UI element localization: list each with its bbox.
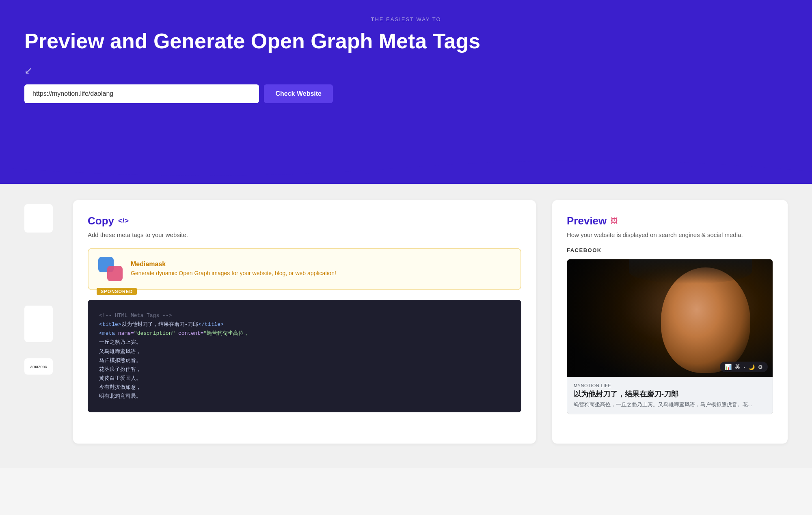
sidebar-ad-1 <box>24 204 53 233</box>
preview-subtitle: How your website is displayed on search … <box>567 231 773 238</box>
tray-app-icon: 📊 <box>725 364 732 370</box>
arrow-decoration: ↙ <box>24 65 32 76</box>
preview-section: Preview 🖼 How your website is displayed … <box>552 200 788 444</box>
fb-card-image: 📊 英 · 🌙 ⚙ <box>567 259 773 377</box>
copy-section-header: Copy </> <box>88 215 521 227</box>
header: THE EASIEST WAY TO Preview and Generate … <box>0 0 812 152</box>
code-meta-name-attr: name= <box>118 330 134 336</box>
sidebar-amazon: amazonc <box>24 358 53 375</box>
sponsor-logo <box>98 257 123 281</box>
system-tray-overlay: 📊 英 · 🌙 ⚙ <box>720 362 768 372</box>
page-title: Preview and Generate Open Graph Meta Tag… <box>24 30 788 53</box>
code-content-line3: 又鸟难啼鸾凤语， <box>99 349 141 355</box>
sponsor-text: Mediamask Generate dynamic Open Graph im… <box>131 261 511 278</box>
sidebar-ad-2 <box>24 306 53 342</box>
sponsor-description: Generate dynamic Open Graph images for y… <box>131 269 511 278</box>
copy-section: Copy </> Add these meta tags to your web… <box>73 200 536 444</box>
tray-dots: · <box>743 364 745 370</box>
main-content: amazonc Copy </> Add these meta tags to … <box>0 184 812 468</box>
fb-card-title: 以为他封刀了，结果在磨刀-刀郎 <box>574 390 766 399</box>
code-title-content: 以为他封刀了，结果在磨刀-刀郎 <box>121 321 199 328</box>
code-title-open: <title> <box>99 321 121 328</box>
preview-title: Preview <box>567 215 607 227</box>
code-meta-name-value: "description" <box>134 330 175 336</box>
code-meta-open: <meta <box>99 330 118 336</box>
code-comment-line: <!-- HTML Meta Tags --> <box>99 312 172 319</box>
code-content-line7: 今有鞋拔做如意， <box>99 384 141 390</box>
check-website-button[interactable]: Check Website <box>264 84 333 103</box>
sponsor-box[interactable]: Mediamask Generate dynamic Open Graph im… <box>88 248 521 290</box>
tray-moon: 🌙 <box>748 364 755 370</box>
code-block: <!-- HTML Meta Tags --> <title>以为他封刀了，结果… <box>88 300 521 412</box>
face-light <box>661 267 750 373</box>
code-content-line8: 明有北鸡竞司晨。 <box>99 393 141 399</box>
left-sidebar: amazonc <box>24 200 57 444</box>
sponsor-name: Mediamask <box>131 261 511 268</box>
face-illustration <box>567 259 773 377</box>
url-input[interactable] <box>24 84 259 103</box>
code-meta-content-value: "蝇营狗苟坐高位， <box>203 330 249 336</box>
tray-lang: 英 <box>735 363 740 371</box>
image-icon: 🖼 <box>611 217 618 225</box>
sponsored-badge: SPONSORED <box>97 288 137 295</box>
header-subtitle: THE EASIEST WAY TO <box>24 16 788 22</box>
search-row: Check Website <box>24 84 333 103</box>
code-title-close: </title> <box>198 321 223 328</box>
fb-site-name: MYNOTION.LIFE <box>574 383 766 388</box>
fb-card-description: 蝇营狗苟坐高位，一丘之貉乃上宾。又鸟难啼鸾凤语，马户模拟熊虎音。花... <box>574 401 766 408</box>
code-content-line6: 黄皮白里爱国人。 <box>99 375 141 381</box>
tray-gear: ⚙ <box>758 364 763 370</box>
copy-subtitle: Add these meta tags to your website. <box>88 231 521 238</box>
hat-shadow <box>629 259 752 284</box>
copy-title: Copy <box>88 215 114 227</box>
fb-card-bottom: MYNOTION.LIFE 以为他封刀了，结果在磨刀-刀郎 蝇营狗苟坐高位，一丘… <box>567 377 773 414</box>
code-meta-content-attr: content= <box>175 330 203 336</box>
platform-label: FACEBOOK <box>567 247 773 253</box>
code-content-line4: 马户模拟熊虎音。 <box>99 358 141 364</box>
wave-decoration <box>0 151 812 184</box>
logo-pink-shape <box>107 266 123 281</box>
code-content-line5: 花丛浪子扮佳客， <box>99 366 141 373</box>
code-content-line2: 一丘之貉乃上宾。 <box>99 339 141 345</box>
facebook-preview-card: 📊 英 · 🌙 ⚙ MYNOTION.LIFE 以为他封刀了，结果在磨刀-刀郎 … <box>567 259 773 414</box>
code-icon: </> <box>118 217 129 225</box>
preview-header: Preview 🖼 <box>567 215 773 227</box>
